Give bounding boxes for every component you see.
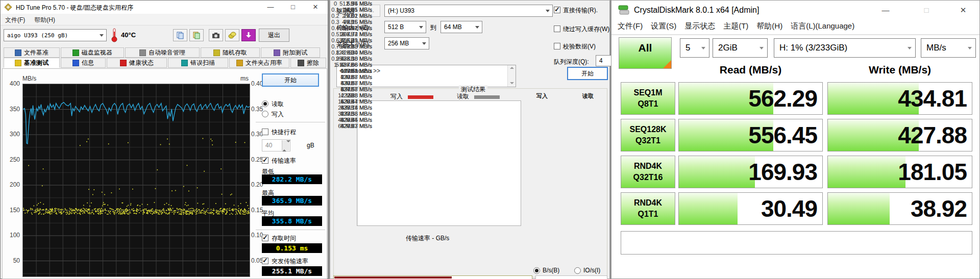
file-size-select[interactable]: 256 MB xyxy=(384,37,429,49)
menu-item[interactable]: 主题(T) xyxy=(719,20,752,33)
tab-自动噪音管理[interactable]: 自动噪音管理 xyxy=(125,47,200,58)
folder-usage-icon xyxy=(236,60,243,66)
access-time-label: 存取时间 xyxy=(272,234,296,243)
read-value: 537.06 MB/s xyxy=(330,62,372,68)
target-drive-select[interactable]: H: 1% (3/233GiB) xyxy=(774,38,916,58)
atto-drive-select[interactable]: (H:) U393 xyxy=(384,5,553,17)
tab-错误扫描[interactable]: 错误扫描 xyxy=(168,58,228,68)
tab-健康状态[interactable]: 健康状态 xyxy=(107,58,167,68)
y-tick-left: 50 xyxy=(5,257,20,264)
maximize-button[interactable]: □ xyxy=(284,2,302,13)
tab-附加测试[interactable]: 附加测试 xyxy=(261,47,320,58)
stepper-arrows[interactable] xyxy=(282,140,289,150)
copy-button[interactable] xyxy=(173,29,187,41)
tab-label: 自动噪音管理 xyxy=(149,48,185,57)
y-tick-right: 0.05 xyxy=(251,257,263,264)
benchmark-chart xyxy=(22,84,250,277)
test-label-rnd4k-q1t1[interactable]: RND4KQ1T1 xyxy=(621,192,675,225)
read-result-cell[interactable]: 556.45 xyxy=(678,119,823,151)
direct-io-checkbox[interactable] xyxy=(554,7,560,13)
tab-信息[interactable]: 信息 xyxy=(61,58,106,68)
transfer-to-value: 64 MB xyxy=(444,23,462,31)
test-queue-thread: Q1T1 xyxy=(621,209,675,220)
bytes-per-sec-radio[interactable] xyxy=(533,267,540,274)
tab-文件基准[interactable]: 文件基准 xyxy=(4,47,60,58)
all-test-button[interactable]: All xyxy=(619,37,672,69)
tab-磁盘监视器[interactable]: 磁盘监视器 xyxy=(61,47,124,58)
menu-item[interactable]: 帮助(H) xyxy=(752,20,787,33)
burst-rate-checkbox[interactable] xyxy=(262,258,268,264)
read-value: 528.44 MB/s xyxy=(330,98,372,105)
read-value: 528.44 MB/s xyxy=(330,117,372,123)
update-button[interactable] xyxy=(241,29,256,41)
test-name: SEQ1M xyxy=(621,87,675,98)
tab-label: 文件基准 xyxy=(24,48,48,57)
test-size-select[interactable]: 2GiB xyxy=(713,38,768,58)
read-radio[interactable] xyxy=(262,100,268,107)
y-tick-left: 250 xyxy=(5,156,20,163)
purchase-button[interactable] xyxy=(225,29,239,41)
result-fill-bar xyxy=(828,156,905,188)
transfer-rate-checkbox[interactable] xyxy=(262,157,268,164)
verify-data-checkbox[interactable] xyxy=(554,43,560,49)
comment-box[interactable] xyxy=(621,231,972,255)
exit-button[interactable]: 退出 xyxy=(259,29,289,42)
screenshot-button[interactable] xyxy=(209,29,223,41)
minimize-button[interactable]: — xyxy=(262,2,279,13)
write-radio[interactable] xyxy=(262,111,268,117)
read-result-cell[interactable]: 30.49 xyxy=(678,192,823,225)
y-tick-right: 0.10 xyxy=(251,232,263,239)
drive-select[interactable]: aigo U393 (250 gB) xyxy=(4,29,107,41)
write-result-cell[interactable]: 434.81 xyxy=(827,82,972,115)
atto-start-button[interactable]: 开始 xyxy=(567,67,608,80)
menu-item[interactable]: 设置(S) xyxy=(647,20,680,33)
read-result-cell[interactable]: 562.29 xyxy=(678,82,823,115)
minimize-button[interactable]: — xyxy=(877,5,894,16)
drive-select-value: aigo U393 (250 gB) xyxy=(7,32,68,39)
tab-label: 基准测试 xyxy=(24,59,48,67)
read-value: 533.33 MB/s xyxy=(330,111,372,117)
write-result-cell[interactable]: 427.88 xyxy=(827,119,972,151)
read-values-column: 6.75 MB/s14.05 MB/s27.01 MB/s72.25 MB/s1… xyxy=(330,1,372,129)
max-value: 365.9 MB/s xyxy=(262,196,322,206)
menu-item[interactable]: 语言(L)(Language) xyxy=(787,20,859,33)
atto-window: 驱动器 ... (H:) U393 直接传输(R). 传输大小(Z): 512 … xyxy=(330,0,610,279)
write-result-cell[interactable]: 181.05 xyxy=(827,156,972,188)
unit-select[interactable]: MB/s xyxy=(921,38,976,58)
shortstroke-checkbox[interactable] xyxy=(262,129,268,135)
result-value: 434.81 xyxy=(898,83,967,114)
menu-item[interactable]: 显示状态 xyxy=(680,20,719,33)
cdm-window: CrystalDiskMark 8.0.1 x64 [Admin] — □ ✕ … xyxy=(611,0,980,279)
test-label-rnd4k-q32t16[interactable]: RND4KQ32T16 xyxy=(621,156,675,188)
description-scrollbar[interactable] xyxy=(507,65,516,87)
close-button[interactable]: ✕ xyxy=(954,5,972,16)
y-axis-unit-right: ms xyxy=(240,75,249,82)
transfer-to-select[interactable]: 64 MB xyxy=(440,21,482,33)
transfer-from-select[interactable]: 512 B xyxy=(384,21,426,33)
access-time-checkbox[interactable] xyxy=(262,235,268,241)
write-result-cell[interactable]: 38.92 xyxy=(827,192,972,225)
shortstroke-stepper[interactable]: 40 xyxy=(262,139,290,151)
shortstroke-unit: gB xyxy=(307,142,314,149)
menu-item[interactable]: 文件(F) xyxy=(614,20,647,33)
read-value: 535.81 MB/s xyxy=(330,68,372,74)
test-label-seq1m-q8t1[interactable]: SEQ1MQ8T1 xyxy=(621,82,675,115)
tab-基准测试[interactable]: 基准测试 xyxy=(4,58,60,68)
tab-随机存取[interactable]: 随机存取 xyxy=(201,47,260,58)
maximize-button[interactable]: □ xyxy=(918,5,935,16)
read-value: 530.88 MB/s xyxy=(330,80,372,86)
read-result-cell[interactable]: 169.93 xyxy=(678,156,823,188)
test-count-select[interactable]: 5 xyxy=(680,38,709,58)
tab-擦除[interactable]: 擦除 xyxy=(290,58,326,68)
y-tick-left: 300 xyxy=(5,131,20,138)
start-button[interactable]: 开始 xyxy=(262,73,319,87)
copy-color-button[interactable] xyxy=(189,29,204,41)
close-button[interactable]: ✕ xyxy=(307,2,324,13)
test-label-seq128k-q32t1[interactable]: SEQ128KQ32T1 xyxy=(621,119,675,151)
tab-文件夹占用率[interactable]: 文件夹占用率 xyxy=(229,58,289,68)
read-value: 72.25 MB/s xyxy=(330,19,372,25)
hdtune-menubar: 文件(F)帮助(H) xyxy=(1,14,328,26)
io-per-sec-radio[interactable] xyxy=(574,267,581,274)
bypass-cache-checkbox[interactable] xyxy=(554,26,560,32)
result-fill-bar xyxy=(828,193,890,224)
